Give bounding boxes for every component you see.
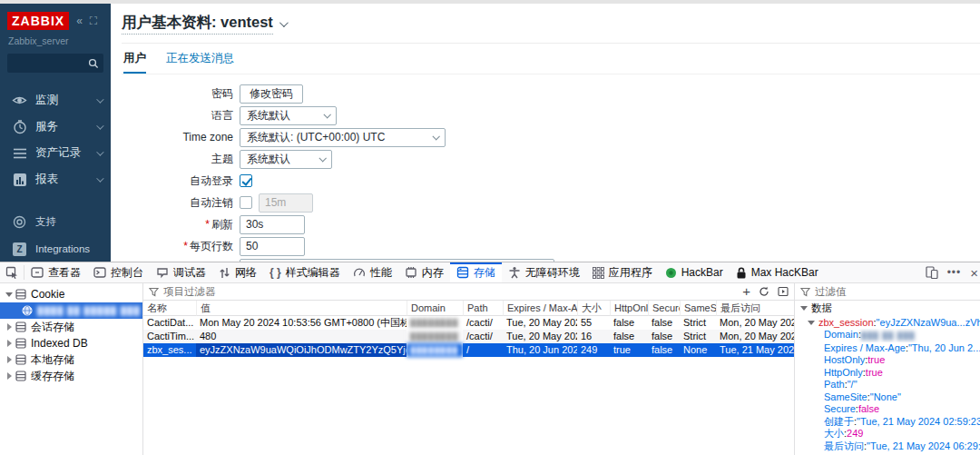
devtools-tab-7[interactable]: 存储 — [450, 262, 502, 282]
devtools-tab-10[interactable]: HackBar — [659, 262, 730, 282]
cell[interactable]: 249 — [577, 343, 610, 357]
storage-tree-item-0[interactable]: Cookie — [0, 286, 142, 302]
cell[interactable]: false — [648, 316, 680, 330]
devtools-tab-4[interactable]: { }样式编辑器 — [263, 262, 347, 282]
cell[interactable]: 480 — [196, 330, 407, 343]
refresh-icon[interactable] — [759, 286, 769, 297]
cell[interactable]: false — [648, 343, 680, 357]
devtools-tab-11[interactable]: Max HacKBar — [730, 262, 825, 282]
cell[interactable]: true — [610, 343, 648, 357]
cell[interactable]: / — [463, 343, 503, 357]
devtools-tab-5[interactable]: 性能 — [347, 262, 398, 282]
tab-0[interactable]: 用户 — [123, 51, 146, 74]
storage-tree-item-3[interactable]: Indexed DB — [0, 335, 142, 351]
select-field[interactable]: 系统默认 — [240, 150, 332, 169]
cell[interactable]: ████████ — [407, 343, 463, 357]
cell[interactable]: CactiTim... — [143, 330, 196, 343]
items-filter-input[interactable] — [163, 286, 738, 297]
column-header-7[interactable]: Secure — [648, 301, 680, 316]
sidebar-secondary-item-1[interactable]: ZIntegrations — [0, 235, 111, 262]
text-input[interactable] — [240, 215, 305, 234]
cell[interactable]: CactiDat... — [143, 316, 196, 330]
devtools-close-icon[interactable]: × — [970, 265, 978, 281]
values-filter-input[interactable] — [815, 286, 975, 297]
add-item-icon[interactable]: + — [742, 285, 750, 298]
column-header-4[interactable]: Expires / Max-Age — [503, 301, 577, 316]
sidebar-pin-icon[interactable]: ⛶ — [90, 15, 97, 26]
twisty-right-icon[interactable] — [5, 340, 13, 347]
sidebar-secondary-item-0[interactable]: 支持 — [0, 208, 111, 235]
select-field[interactable]: 系统默认 — [240, 106, 337, 125]
search-input[interactable] — [12, 58, 88, 69]
cell[interactable]: zbx_ses... — [143, 343, 196, 357]
cell[interactable]: Mon, 20 May 202... — [716, 316, 794, 330]
autologout-period-input[interactable] — [259, 193, 313, 213]
cell[interactable]: false — [610, 316, 648, 330]
devtools-tab-6[interactable]: 内存 — [398, 262, 450, 282]
cookie-row-2[interactable]: zbx_ses...eyJzZXNzaW9uaWQiOiJhODMwZTY2Yz… — [143, 343, 794, 357]
cell[interactable]: Thu, 20 Jun 2024 ... — [503, 343, 577, 357]
storage-tree-item-4[interactable]: 本地存储 — [0, 351, 142, 368]
cell[interactable]: Tue, 21 May 2024 ... — [716, 343, 794, 357]
column-header-6[interactable]: HttpOnly — [610, 301, 648, 316]
devtools-tab-8[interactable]: 无障碍环境 — [502, 262, 586, 282]
cookie-key-row[interactable]: zbx_session:"eyJzZXNzaW9ua...zVhYTBhIn0%… — [795, 316, 980, 329]
sidebar-toggle-icon[interactable] — [778, 286, 789, 297]
sidebar-collapse-icon[interactable]: « — [76, 15, 83, 26]
cookie-row-1[interactable]: CactiTim...480████████/cacti/Tue, 20 May… — [143, 330, 794, 343]
twisty-right-icon[interactable] — [5, 323, 13, 331]
cell[interactable]: 55 — [577, 316, 610, 330]
cell[interactable]: Mon May 20 2024 10:53:56 GMT+0800 (中国标准时… — [196, 316, 407, 330]
sidebar-item-1[interactable]: 服务 — [0, 114, 111, 140]
column-header-5[interactable]: 大小 — [577, 301, 610, 316]
checkbox[interactable] — [240, 196, 252, 209]
twisty-right-icon[interactable] — [5, 372, 13, 380]
devtools-tab-1[interactable]: 控制台 — [87, 262, 150, 282]
cell[interactable]: 16 — [577, 330, 610, 343]
sidebar-search[interactable] — [7, 54, 103, 73]
column-header-1[interactable]: 值 — [196, 301, 407, 316]
column-header-0[interactable]: 名称 — [143, 301, 196, 316]
cell[interactable]: ████████ — [407, 330, 463, 343]
cell[interactable]: ████████ — [407, 316, 463, 330]
title-chevron-down-icon[interactable] — [279, 18, 289, 27]
cell[interactable]: Strict — [680, 316, 716, 330]
storage-tree-item-5[interactable]: 缓存存储 — [0, 368, 142, 384]
devtools-tab-0[interactable]: 查看器 — [24, 262, 87, 282]
cell[interactable]: eyJzZXNzaW9uaWQiOiJhODMwZTY2YzQ5YjdkNTJi… — [196, 343, 407, 357]
tab-1[interactable]: 正在发送消息 — [166, 51, 234, 74]
column-header-2[interactable]: Domain — [407, 301, 463, 316]
storage-tree-item-1[interactable]: ████ ██ █████ ███ — [0, 302, 142, 319]
responsive-mode-icon[interactable] — [926, 266, 938, 279]
sidebar-item-0[interactable]: 监测 — [0, 87, 111, 114]
twisty-right-icon[interactable] — [5, 356, 13, 363]
zabbix-logo[interactable]: ZABBIX — [7, 12, 69, 30]
devtools-tab-3[interactable]: 网络 — [212, 262, 263, 282]
column-header-3[interactable]: Path — [463, 301, 503, 316]
text-input[interactable] — [240, 237, 305, 256]
cell[interactable]: /cacti/ — [463, 316, 503, 330]
devtools-tab-9[interactable]: 应用程序 — [586, 262, 659, 282]
cell[interactable]: Strict — [680, 330, 716, 343]
twisty-down-icon[interactable] — [5, 292, 13, 297]
column-header-9[interactable]: 最后访问 — [716, 301, 794, 316]
storage-tree-item-2[interactable]: 会话存储 — [0, 319, 142, 335]
devtools-tab-2[interactable]: 调试器 — [150, 262, 212, 282]
cell[interactable]: false — [610, 330, 648, 343]
cell[interactable]: false — [648, 330, 680, 343]
cell[interactable]: Mon, 20 May 202... — [716, 330, 794, 343]
select-field[interactable]: 系统默认: (UTC+00:00) UTC — [240, 128, 446, 147]
column-header-8[interactable]: SameSite — [680, 301, 716, 316]
cell[interactable]: Tue, 20 May 2025... — [503, 316, 577, 330]
devtools-menu-icon[interactable]: ••• — [947, 266, 962, 279]
sidebar-item-2[interactable]: 资产记录 — [0, 140, 111, 166]
page-title[interactable]: 用户基本资料: ventest — [122, 13, 273, 35]
cell[interactable]: None — [680, 343, 716, 357]
cell[interactable]: /cacti/ — [463, 330, 503, 343]
pick-element-icon[interactable] — [0, 262, 24, 282]
sidebar-item-3[interactable]: 报表 — [0, 166, 111, 193]
change-password-button[interactable]: 修改密码 — [240, 84, 303, 104]
cell[interactable]: Tue, 20 May 2025... — [503, 330, 577, 343]
data-section-header[interactable]: 数据 — [795, 301, 980, 316]
checkbox[interactable] — [240, 174, 252, 187]
